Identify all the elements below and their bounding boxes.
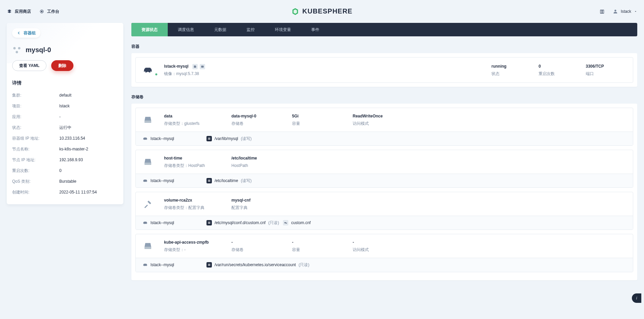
mount-path-icon [206, 262, 212, 268]
mount-container: lstack--mysql [151, 219, 174, 226]
detail-value: - [59, 113, 61, 120]
delete-button[interactable]: 删除 [51, 60, 73, 71]
mount-path: /var/lib/mysql [215, 135, 238, 142]
volume-col2: data-mysql-0 [231, 113, 285, 119]
svg-rect-10 [144, 247, 151, 249]
volume-name: volume-rca2zx [164, 197, 225, 204]
detail-sidebar: 容器组 mysql-0 查看 YAML 删除 详情 集群:default项目:l… [7, 23, 123, 204]
container-status-label: 状态 [491, 70, 532, 77]
mount-container-icon [142, 136, 148, 141]
mount-mode: (只读) [268, 219, 279, 226]
nav-app-store[interactable]: 应用商店 [7, 8, 31, 15]
help-button[interactable]: i [632, 293, 641, 303]
detail-key: 节点 IP 地址: [12, 156, 59, 163]
volume-col3: 5Gi [292, 113, 346, 119]
workbench-icon [39, 9, 44, 14]
brand[interactable]: KUBESPHERE [292, 6, 353, 17]
detail-value: default [59, 92, 71, 99]
volume-col2: - [231, 239, 285, 246]
volume-type: 存储卷类型：配置字典 [164, 204, 225, 211]
breadcrumb-back[interactable]: 容器组 [12, 28, 40, 38]
top-header: 应用商店 工作台 KUBESPHERE lstack [0, 0, 644, 23]
svg-point-1 [41, 11, 42, 12]
pod-icon [12, 45, 22, 55]
detail-value: 运行中 [59, 124, 71, 131]
container-name[interactable]: lstack-mysql [164, 64, 189, 69]
detail-row: QoS 类别:Burstable [12, 176, 118, 187]
page-title: mysql-0 [26, 44, 51, 56]
tab-1[interactable]: 调度信息 [168, 23, 204, 36]
tab-2[interactable]: 元数据 [204, 23, 236, 36]
detail-list: 集群:default项目:lstack应用:-状态:运行中容器组 IP 地址:1… [12, 90, 118, 198]
tabs: 资源状态调度信息元数据监控环境变量事件 [131, 23, 637, 36]
breadcrumb-label: 容器组 [24, 30, 36, 36]
container-ports-label: 端口 [586, 70, 626, 77]
tab-4[interactable]: 环境变量 [265, 23, 301, 36]
container-image: mysql:5.7.38 [176, 71, 199, 76]
tab-5[interactable]: 事件 [301, 23, 329, 36]
tab-0[interactable]: 资源状态 [131, 23, 168, 36]
container-status: running [491, 63, 532, 70]
detail-value: lstack [59, 103, 70, 109]
chevron-down-icon [634, 10, 637, 13]
detail-row: 容器组 IP 地址:10.233.116.54 [12, 133, 118, 144]
svg-point-9 [285, 222, 286, 223]
svg-point-4 [18, 47, 21, 49]
detail-row: 集群:default [12, 90, 118, 101]
log-icon[interactable] [192, 64, 198, 69]
detail-key: 集群: [12, 92, 59, 99]
mount-container: lstack--mysql [151, 135, 174, 142]
detail-row: 节点名称:ks-k8s-master-2 [12, 144, 118, 154]
subpath-icon [283, 220, 288, 225]
detail-key: 应用: [12, 113, 59, 120]
detail-row: 创建时间:2022-05-11 11:07:54 [12, 187, 118, 198]
volume-row: volume-rca2zx存储卷类型：配置字典mysql-cnf配置字典lsta… [135, 192, 633, 230]
mount-mode: (读写) [241, 177, 252, 184]
volume-row: host-time存储卷类型：HostPath/etc/localtimeHos… [135, 150, 633, 188]
mount-path-icon [206, 220, 212, 225]
brand-logo-icon [292, 8, 299, 15]
detail-key: 创建时间: [12, 189, 59, 196]
detail-key: QoS 类别: [12, 178, 59, 185]
detail-key: 项目: [12, 103, 59, 109]
volume-icon [142, 114, 153, 125]
nav-workbench[interactable]: 工作台 [39, 8, 59, 15]
section-container-label: 容器 [131, 43, 637, 50]
container-card: lstack-mysql 镜像：mysql:5.7.38 [131, 53, 637, 87]
tab-3[interactable]: 监控 [236, 23, 265, 36]
detail-value: 10.233.116.54 [59, 135, 85, 142]
detail-row: 重启次数:0 [12, 165, 118, 176]
container-restarts: 0 [539, 63, 579, 70]
brand-text: KUBESPHERE [302, 6, 353, 17]
user-menu[interactable]: lstack [613, 8, 637, 15]
volume-name: kube-api-access-zmpfb [164, 239, 225, 246]
detail-row: 项目:lstack [12, 101, 118, 111]
detail-key: 状态: [12, 124, 59, 131]
app-store-icon [7, 9, 12, 14]
svg-rect-6 [201, 66, 204, 68]
terminal-icon[interactable] [200, 64, 205, 69]
user-name: lstack [621, 8, 631, 15]
mount-path: /etc/mysql/conf.d/custom.cnf [215, 219, 265, 226]
mount-container-icon [142, 262, 148, 268]
main-area: 资源状态调度信息元数据监控环境变量事件 容器 lstack-mysql [131, 23, 637, 280]
mount-mode: (只读) [298, 261, 309, 268]
container-restarts-label: 重启次数 [539, 70, 579, 77]
detail-row: 节点 IP 地址:192.168.9.93 [12, 154, 118, 165]
mount-path: /etc/localtime [215, 177, 238, 184]
detail-key: 重启次数: [12, 167, 59, 174]
volume-col2: mysql-cnf [231, 197, 285, 204]
detail-value: 192.168.9.93 [59, 156, 83, 163]
volume-icon [142, 241, 153, 251]
volume-icon [142, 199, 153, 209]
nav-workbench-label: 工作台 [47, 8, 59, 15]
svg-rect-8 [144, 163, 151, 165]
mount-mode: (读写) [241, 135, 252, 142]
docs-icon[interactable] [599, 9, 605, 14]
section-volume-label: 存储卷 [131, 94, 637, 100]
volume-row: kube-api-access-zmpfb存储类型：--存储卷-容量-访问模式l… [135, 234, 633, 272]
detail-value: ks-k8s-master-2 [59, 146, 88, 152]
view-yaml-button[interactable]: 查看 YAML [12, 60, 46, 71]
volume-col4: - [353, 239, 626, 246]
volume-type: 存储卷类型：HostPath [164, 162, 225, 169]
